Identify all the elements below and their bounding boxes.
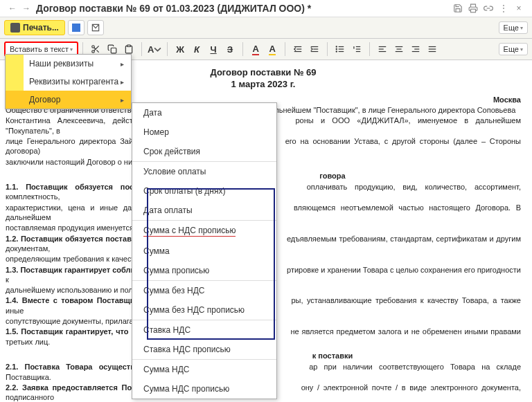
- align-center-button[interactable]: [391, 42, 407, 57]
- number-list-button[interactable]: [348, 42, 365, 57]
- svg-rect-7: [111, 48, 116, 53]
- submenu-date[interactable]: Дата: [132, 103, 276, 122]
- more-menu-2[interactable]: Еще ▾: [499, 43, 528, 55]
- insert-label: Вставить в текст: [10, 45, 69, 53]
- nav-back-icon[interactable]: ←: [6, 3, 19, 13]
- font-size-button[interactable]: A: [146, 42, 163, 57]
- more-icon[interactable]: ⋮: [498, 3, 509, 14]
- chevron-down-icon: ▾: [520, 25, 523, 31]
- chevron-right-icon: ▸: [121, 60, 124, 68]
- more-label: Еще: [504, 45, 519, 53]
- menu-item-contragent-details[interactable]: Реквизиты контрагента▸: [6, 73, 131, 91]
- save-button[interactable]: [68, 20, 85, 35]
- svg-rect-8: [127, 45, 131, 46]
- svg-point-20: [336, 51, 337, 52]
- more-menu-1[interactable]: Еще ▾: [499, 21, 528, 34]
- submenu-number[interactable]: Номер: [132, 122, 276, 142]
- close-icon[interactable]: ×: [513, 3, 524, 14]
- svg-point-2: [92, 46, 95, 48]
- svg-point-19: [336, 48, 337, 49]
- print-button[interactable]: Печать...: [4, 20, 65, 35]
- submenu-pay-days[interactable]: Срок оплаты (в днях): [132, 181, 276, 201]
- submenu-pay-cond[interactable]: Условие оплаты: [132, 162, 276, 181]
- underline-button[interactable]: Ч: [205, 42, 222, 57]
- submenu-sum-novat-words[interactable]: Сумма без НДС прописью: [132, 300, 276, 320]
- insert-menu: Наши реквизиты▸ Реквизиты контрагента▸ Д…: [5, 54, 132, 109]
- align-justify-button[interactable]: [424, 42, 441, 57]
- bold-button[interactable]: Ж: [172, 42, 188, 57]
- send-button[interactable]: [87, 20, 104, 35]
- submenu-sum-vat-words[interactable]: Сумма с НДС прописью: [132, 221, 276, 241]
- nav-fwd-icon[interactable]: →: [19, 3, 33, 13]
- chevron-right-icon: ▸: [121, 96, 124, 104]
- submenu-vat-rate[interactable]: Ставка НДС: [132, 320, 276, 340]
- submenu-sum[interactable]: Сумма: [132, 241, 276, 261]
- svg-point-3: [92, 51, 95, 53]
- menu-item-contract[interactable]: Договор▸: [6, 91, 131, 109]
- submenu-sum-words[interactable]: Сумма прописью: [132, 261, 276, 280]
- align-left-button[interactable]: [374, 42, 391, 57]
- diskette-icon: [72, 24, 80, 32]
- chevron-down-icon: ▾: [520, 46, 523, 53]
- svg-rect-0: [471, 9, 476, 12]
- svg-line-5: [97, 50, 99, 52]
- indent-button[interactable]: [306, 42, 323, 57]
- link-icon[interactable]: [483, 3, 494, 14]
- outdent-button[interactable]: [290, 42, 306, 57]
- svg-point-18: [336, 46, 337, 47]
- printer-icon: [10, 23, 20, 33]
- strike-button[interactable]: З: [222, 42, 238, 57]
- submenu-sum-novat[interactable]: Сумма без НДС: [132, 281, 276, 300]
- chevron-down-icon: ▾: [70, 46, 73, 53]
- save-icon[interactable]: [452, 3, 463, 14]
- italic-button[interactable]: К: [188, 42, 205, 57]
- more-label: Еще: [504, 24, 519, 32]
- contract-submenu: Дата Номер Срок действия Условие оплаты …: [132, 102, 277, 399]
- submenu-pay-date[interactable]: Дата оплаты: [132, 201, 276, 220]
- align-right-button[interactable]: [407, 42, 424, 57]
- submenu-validity[interactable]: Срок действия: [132, 142, 276, 161]
- submenu-vat-sum[interactable]: Сумма НДС: [132, 360, 276, 379]
- submenu-vat-sum-words[interactable]: Сумма НДС прописью: [132, 379, 276, 399]
- highlight-button[interactable]: A: [264, 42, 281, 57]
- bullet-list-button[interactable]: [332, 42, 348, 57]
- window-title: Договор поставки № 69 от 01.03.2023 (ДИД…: [33, 3, 450, 14]
- svg-line-6: [94, 48, 96, 49]
- print-label: Печать...: [23, 23, 59, 33]
- menu-item-our-details[interactable]: Наши реквизиты▸: [6, 55, 131, 73]
- font-color-button[interactable]: A: [247, 42, 264, 57]
- chevron-right-icon: ▸: [121, 78, 124, 86]
- submenu-vat-rate-words[interactable]: Ставка НДС прописью: [132, 340, 276, 359]
- print-icon[interactable]: [468, 3, 479, 14]
